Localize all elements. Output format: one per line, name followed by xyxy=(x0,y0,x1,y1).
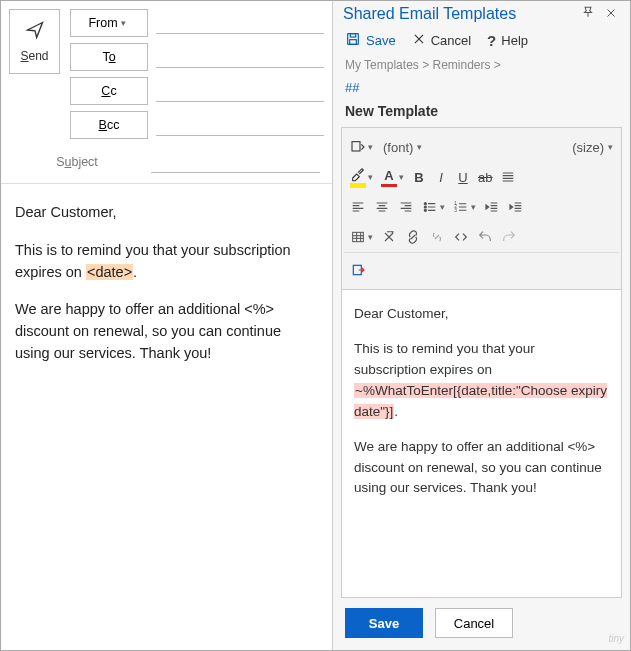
to-button[interactable]: To xyxy=(70,43,148,71)
help-icon: ? xyxy=(487,32,496,49)
align-left-button[interactable] xyxy=(346,194,370,220)
top-save-button[interactable]: Save xyxy=(345,31,396,50)
ed-paragraph-1: This is to remind you that your subscrip… xyxy=(354,339,609,423)
save-button[interactable]: Save xyxy=(345,608,423,638)
cancel-button[interactable]: Cancel xyxy=(435,608,513,638)
chevron-down-icon[interactable]: ▾ xyxy=(368,172,377,182)
italic-button[interactable]: I xyxy=(430,164,452,190)
bullet-list-button[interactable] xyxy=(418,194,442,220)
code-button[interactable] xyxy=(449,224,473,250)
tiny-logo: tiny xyxy=(608,633,624,644)
recipient-fields: From ▾ To Cc Bcc xyxy=(70,9,324,139)
chevron-down-icon[interactable]: ▾ xyxy=(471,202,480,212)
outdent-button[interactable] xyxy=(480,194,504,220)
to-label: To xyxy=(102,50,115,64)
close-icon[interactable] xyxy=(600,5,622,23)
font-color-button[interactable]: A xyxy=(377,164,401,190)
align-right-button[interactable] xyxy=(394,194,418,220)
subject-input[interactable] xyxy=(151,151,320,173)
templates-pane: Shared Email Templates Save Cancel ? Hel… xyxy=(333,1,630,650)
svg-rect-10 xyxy=(353,232,364,241)
compose-header: Send From ▾ To Cc Bcc xyxy=(1,1,332,145)
chevron-down-icon[interactable]: ▾ xyxy=(440,202,449,212)
size-select[interactable]: (size) xyxy=(566,140,610,155)
footer-buttons: Save Cancel xyxy=(333,598,630,650)
font-select[interactable]: (font) xyxy=(377,140,419,155)
pin-icon[interactable] xyxy=(576,5,600,23)
top-save-label: Save xyxy=(366,33,396,48)
highlight-button[interactable] xyxy=(346,164,370,190)
highlight-swatch xyxy=(350,183,366,188)
chevron-down-icon[interactable]: ▾ xyxy=(399,172,408,182)
align-justify-button[interactable] xyxy=(496,164,520,190)
ed-p1-pre: This is to remind you that your subscrip… xyxy=(354,341,535,377)
body-paragraph-1: This is to remind you that your subscrip… xyxy=(15,240,318,284)
to-input[interactable] xyxy=(156,46,324,68)
svg-text:3: 3 xyxy=(454,208,457,213)
save-icon xyxy=(345,31,361,50)
svg-rect-2 xyxy=(350,40,357,45)
ed-p1-post: . xyxy=(394,404,398,419)
crumb-folder[interactable]: Reminders xyxy=(433,58,491,72)
clear-format-button[interactable] xyxy=(377,224,401,250)
svg-point-6 xyxy=(424,209,426,211)
bcc-label: Bcc xyxy=(99,118,120,132)
top-help-button[interactable]: ? Help xyxy=(487,32,528,49)
number-list-button[interactable]: 123 xyxy=(449,194,473,220)
crumb-root[interactable]: My Templates xyxy=(345,58,419,72)
cc-label: Cc xyxy=(101,84,116,98)
chevron-down-icon[interactable]: ▾ xyxy=(417,142,426,152)
from-label: From xyxy=(88,16,117,30)
top-cancel-button[interactable]: Cancel xyxy=(412,32,471,49)
chevron-down-icon[interactable]: ▾ xyxy=(368,232,377,242)
svg-rect-3 xyxy=(352,142,360,151)
indent-button[interactable] xyxy=(504,194,528,220)
align-center-button[interactable] xyxy=(370,194,394,220)
bcc-input[interactable] xyxy=(156,114,324,136)
outlook-compose-pane: Send From ▾ To Cc Bcc xyxy=(1,1,333,650)
from-button[interactable]: From ▾ xyxy=(70,9,148,37)
pane-title: Shared Email Templates xyxy=(343,5,576,23)
svg-rect-1 xyxy=(350,34,355,37)
date-placeholder: <date> xyxy=(86,264,133,280)
table-button[interactable] xyxy=(346,224,370,250)
breadcrumb: My Templates > Reminders > xyxy=(333,58,630,80)
editor: ▾ (font) ▾ (size) ▾ ▾ A ▾ B I U xyxy=(341,127,622,598)
from-input[interactable] xyxy=(156,12,324,34)
svg-point-5 xyxy=(424,206,426,208)
macro-button[interactable] xyxy=(346,134,370,160)
body-paragraph-2: We are happy to offer an additional <%> … xyxy=(15,299,318,364)
unlink-button[interactable] xyxy=(425,224,449,250)
underline-button[interactable]: U xyxy=(452,164,474,190)
body-p1-pre: This is to remind you that your subscrip… xyxy=(15,242,291,280)
editor-body[interactable]: Dear Customer, This is to remind you tha… xyxy=(342,290,621,597)
body-p1-post: . xyxy=(133,264,137,280)
redo-button[interactable] xyxy=(497,224,521,250)
chevron-down-icon[interactable]: ▾ xyxy=(368,142,377,152)
subject-row: Subject xyxy=(1,145,332,184)
template-name[interactable]: New Template xyxy=(333,101,630,127)
svg-point-4 xyxy=(424,203,426,205)
strike-button[interactable]: ab xyxy=(474,164,496,190)
ed-paragraph-2: We are happy to offer an additional <%> … xyxy=(354,437,609,500)
ed-greeting: Dear Customer, xyxy=(354,304,609,325)
bcc-button[interactable]: Bcc xyxy=(70,111,148,139)
cancel-icon xyxy=(412,32,426,49)
top-help-label: Help xyxy=(501,33,528,48)
insert-field-button[interactable] xyxy=(346,257,370,283)
color-swatch xyxy=(381,184,397,187)
undo-button[interactable] xyxy=(473,224,497,250)
chevron-down-icon[interactable]: ▾ xyxy=(608,142,617,152)
send-button[interactable]: Send xyxy=(9,9,60,74)
link-button[interactable] xyxy=(401,224,425,250)
top-action-bar: Save Cancel ? Help xyxy=(333,25,630,58)
chevron-down-icon: ▾ xyxy=(121,18,130,28)
hash-marker: ## xyxy=(333,80,630,101)
body-greeting: Dear Customer, xyxy=(15,202,318,224)
subject-label: Subject xyxy=(13,155,141,169)
email-body[interactable]: Dear Customer, This is to remind you tha… xyxy=(1,184,332,399)
top-cancel-label: Cancel xyxy=(431,33,471,48)
cc-button[interactable]: Cc xyxy=(70,77,148,105)
cc-input[interactable] xyxy=(156,80,324,102)
bold-button[interactable]: B xyxy=(408,164,430,190)
